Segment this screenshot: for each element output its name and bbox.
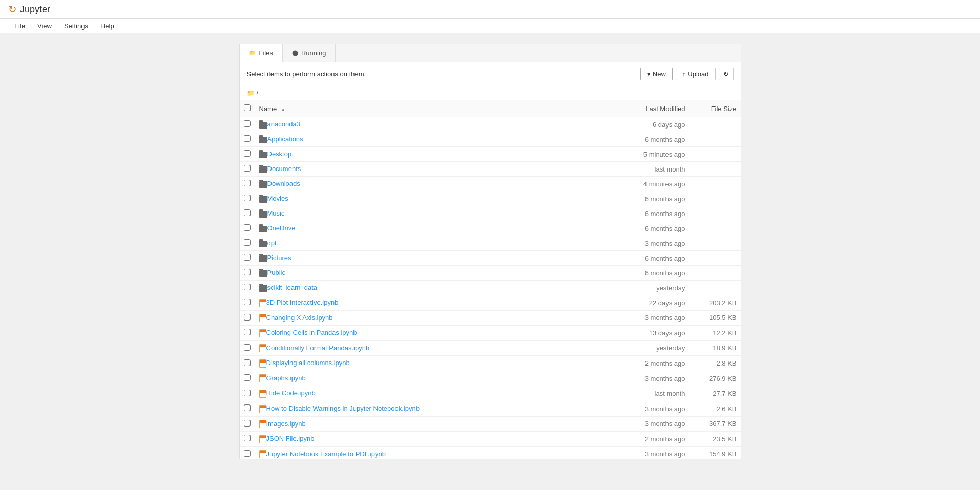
file-modified: 3 months ago bbox=[608, 236, 690, 251]
file-name[interactable]: Coloring Cells in Pandas.ipynb bbox=[266, 329, 357, 336]
file-name[interactable]: Images.ipynb bbox=[266, 420, 306, 428]
size-column-header: File Size bbox=[711, 105, 737, 113]
file-size bbox=[690, 221, 741, 236]
file-name[interactable]: How to Disable Warnings in Jupyter Noteb… bbox=[266, 404, 420, 412]
menu-item-file[interactable]: File bbox=[8, 19, 31, 33]
file-size: 203.2 KB bbox=[690, 295, 741, 311]
file-modified: 6 months ago bbox=[608, 221, 690, 236]
file-size: 23.5 KB bbox=[690, 432, 741, 447]
folder-icon bbox=[259, 255, 267, 262]
refresh-button[interactable]: ↻ bbox=[719, 68, 734, 80]
row-checkbox[interactable] bbox=[244, 390, 251, 396]
file-name[interactable]: Conditionally Format Pandas.ipynb bbox=[266, 344, 370, 352]
row-checkbox[interactable] bbox=[244, 150, 251, 157]
file-modified: 3 months ago bbox=[608, 446, 690, 459]
upload-button[interactable]: ↑ Upload bbox=[676, 68, 716, 80]
top-bar: ↻ Jupyter bbox=[0, 0, 980, 19]
row-checkbox[interactable] bbox=[244, 195, 251, 201]
row-checkbox[interactable] bbox=[244, 374, 251, 381]
file-name[interactable]: Changing X Axis.ipynb bbox=[266, 314, 333, 322]
row-checkbox[interactable] bbox=[244, 284, 251, 290]
folder-icon bbox=[259, 152, 267, 158]
logo: ↻ Jupyter bbox=[8, 3, 50, 15]
file-name[interactable]: Graphs.ipynb bbox=[266, 374, 306, 382]
file-name[interactable]: Jupyter Notebook Example to PDF.ipynb bbox=[266, 450, 386, 458]
row-checkbox[interactable] bbox=[244, 254, 251, 261]
menu-item-help[interactable]: Help bbox=[94, 19, 120, 33]
row-checkbox[interactable] bbox=[244, 359, 251, 366]
file-modified: yesterday bbox=[608, 281, 690, 295]
row-checkbox[interactable] bbox=[244, 224, 251, 231]
table-row: Changing X Axis.ipynb3 months ago105.5 K… bbox=[240, 310, 741, 326]
file-modified: 2 months ago bbox=[608, 432, 690, 447]
folder-icon bbox=[259, 241, 267, 247]
row-checkbox[interactable] bbox=[244, 269, 251, 275]
row-checkbox[interactable] bbox=[244, 344, 251, 351]
table-row: Desktop5 minutes ago bbox=[240, 147, 741, 162]
file-name[interactable]: 3D Plot Interactive.ipynb bbox=[266, 299, 339, 306]
row-checkbox[interactable] bbox=[244, 165, 251, 172]
folder-icon: 📁 bbox=[247, 90, 255, 97]
row-checkbox[interactable] bbox=[244, 299, 251, 305]
table-row: Hide Code.ipynblast month27.7 KB bbox=[240, 386, 741, 401]
file-name[interactable]: OneDrive bbox=[267, 224, 296, 232]
folder-icon bbox=[259, 226, 267, 232]
file-name[interactable]: scikit_learn_data bbox=[267, 284, 318, 291]
file-name[interactable]: Downloads bbox=[267, 180, 300, 187]
tab-running[interactable]: ⬤Running bbox=[283, 44, 336, 62]
file-name[interactable]: Displaying all columns.ipynb bbox=[266, 359, 350, 367]
file-modified: yesterday bbox=[608, 340, 690, 356]
table-row: opt3 months ago bbox=[240, 236, 741, 251]
file-size bbox=[690, 251, 741, 266]
file-name[interactable]: Documents bbox=[267, 165, 301, 173]
file-name[interactable]: anaconda3 bbox=[267, 120, 300, 128]
file-name[interactable]: JSON File.ipynb bbox=[266, 435, 315, 442]
select-all-checkbox[interactable] bbox=[244, 104, 251, 111]
table-row: Documentslast month bbox=[240, 162, 741, 177]
table-row: scikit_learn_datayesterday bbox=[240, 281, 741, 295]
table-row: Public6 months ago bbox=[240, 266, 741, 281]
file-name[interactable]: Music bbox=[267, 209, 285, 217]
tab-icon: ⬤ bbox=[292, 50, 298, 56]
table-row: 3D Plot Interactive.ipynb22 days ago203.… bbox=[240, 295, 741, 311]
file-name[interactable]: Pictures bbox=[267, 254, 291, 262]
file-name[interactable]: Hide Code.ipynb bbox=[266, 389, 316, 397]
tabs: 📁Files⬤Running bbox=[240, 44, 741, 62]
row-checkbox[interactable] bbox=[244, 420, 251, 427]
folder-icon bbox=[259, 122, 267, 129]
refresh-icon: ↻ bbox=[723, 70, 729, 78]
row-checkbox[interactable] bbox=[244, 135, 251, 142]
file-name[interactable]: Applications bbox=[267, 135, 303, 143]
row-checkbox[interactable] bbox=[244, 435, 251, 441]
file-size: 27.7 KB bbox=[690, 386, 741, 401]
menu-item-settings[interactable]: Settings bbox=[58, 19, 94, 33]
new-button[interactable]: ▾ New bbox=[640, 68, 673, 80]
file-name[interactable]: Movies bbox=[267, 195, 288, 202]
folder-icon bbox=[259, 166, 267, 173]
file-size bbox=[690, 177, 741, 191]
file-size bbox=[690, 266, 741, 281]
row-checkbox[interactable] bbox=[244, 239, 251, 246]
file-name[interactable]: Public bbox=[267, 269, 285, 276]
table-row: Jupyter Notebook Example to PDF.ipynb3 m… bbox=[240, 446, 741, 459]
new-label: New bbox=[653, 70, 666, 78]
file-modified: 6 months ago bbox=[608, 132, 690, 147]
chevron-down-icon: ▾ bbox=[647, 70, 651, 78]
file-name[interactable]: Desktop bbox=[267, 150, 292, 158]
file-name[interactable]: opt bbox=[267, 239, 277, 247]
row-checkbox[interactable] bbox=[244, 314, 251, 321]
row-checkbox[interactable] bbox=[244, 180, 251, 186]
row-checkbox[interactable] bbox=[244, 120, 251, 127]
tab-files[interactable]: 📁Files bbox=[240, 44, 283, 62]
row-checkbox[interactable] bbox=[244, 450, 251, 457]
row-checkbox[interactable] bbox=[244, 329, 251, 335]
row-checkbox[interactable] bbox=[244, 404, 251, 411]
menu-item-view[interactable]: View bbox=[31, 19, 58, 33]
notebook-icon bbox=[259, 314, 266, 322]
row-checkbox[interactable] bbox=[244, 209, 251, 216]
file-size bbox=[690, 191, 741, 206]
folder-icon bbox=[259, 211, 267, 218]
notebook-icon bbox=[259, 299, 266, 307]
toolbar-message: Select items to perform actions on them. bbox=[247, 70, 366, 78]
file-modified: 6 days ago bbox=[608, 117, 690, 132]
